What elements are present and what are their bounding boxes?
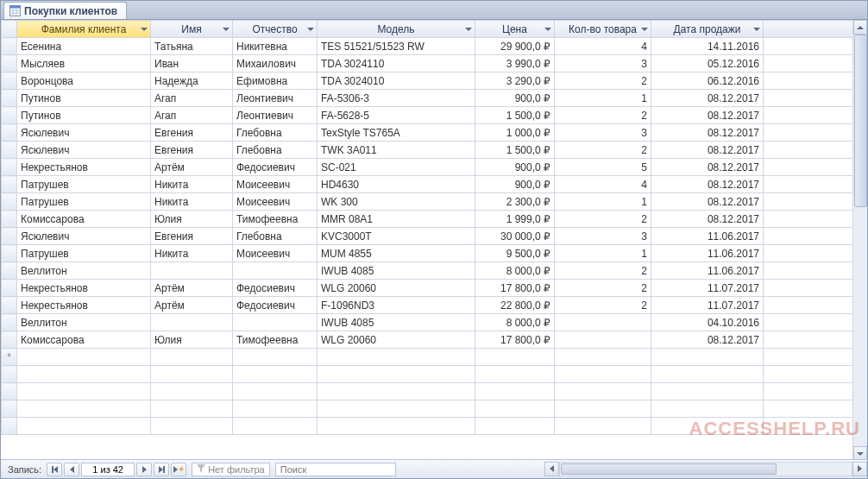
table-row[interactable]: ПутиновАгапЛеонтиевичFA-5628-51 500,0 ₽2… (2, 107, 867, 124)
cell-lastname[interactable]: Патрушев (17, 245, 151, 262)
cell-firstname[interactable]: Агап (151, 107, 233, 124)
row-selector[interactable] (2, 124, 17, 142)
cell-firstname[interactable]: Артём (151, 159, 233, 176)
table-row[interactable]: ЕсенинаТатьянаНикитевнаTES 51521/51523 R… (2, 38, 867, 55)
cell-lastname[interactable]: Веллитон (17, 262, 151, 280)
cell-firstname[interactable]: Никита (151, 176, 233, 193)
cell-qty[interactable]: 1 (555, 90, 651, 107)
cell-date[interactable]: 08.12.2017 (651, 176, 764, 193)
cell-model[interactable]: WK 300 (318, 193, 475, 211)
cell-patronymic[interactable]: Моисеевич (233, 193, 318, 211)
chevron-down-icon[interactable] (641, 28, 648, 31)
cell-price[interactable]: 17 800,0 ₽ (475, 331, 555, 349)
new-record-marker[interactable]: * (2, 349, 17, 366)
cell-firstname[interactable]: Татьяна (151, 38, 233, 55)
table-row[interactable]: ЯсюлевичЕвгенияГлебовнаTexStyle TS765A1 … (2, 124, 867, 142)
cell-patronymic[interactable]: Михаилович (233, 55, 318, 72)
last-record-button[interactable] (154, 463, 169, 476)
cell-patronymic[interactable]: Никитевна (233, 38, 318, 55)
cell-patronymic[interactable]: Тимофеевна (233, 331, 318, 349)
row-selector[interactable] (2, 314, 17, 331)
cell-firstname[interactable]: Евгения (151, 142, 233, 159)
cell-qty[interactable]: 4 (555, 176, 651, 193)
cell-patronymic[interactable]: Федосиевич (233, 159, 318, 176)
cell-firstname[interactable]: Евгения (151, 228, 233, 245)
table-row[interactable]: ПатрушевНикитаМоисеевичWK 3002 300,0 ₽10… (2, 193, 867, 211)
horizontal-scrollbar[interactable] (544, 459, 867, 478)
table-row[interactable]: КомиссароваЮлияТимофеевнаWLG 2006017 800… (2, 331, 867, 349)
cell-lastname[interactable]: Есенина (17, 38, 151, 55)
row-selector[interactable] (2, 38, 17, 55)
cell-firstname[interactable] (151, 262, 233, 280)
cell-firstname[interactable] (151, 314, 233, 331)
col-firstname[interactable]: Имя (151, 21, 233, 38)
cell-qty[interactable]: 2 (555, 297, 651, 314)
hscroll-track[interactable] (559, 462, 852, 476)
tab-purchases[interactable]: Покупки клиентов (3, 2, 127, 19)
cell-price[interactable]: 17 800,0 ₽ (475, 280, 555, 297)
cell-model[interactable]: TexStyle TS765A (318, 124, 475, 142)
cell-qty[interactable]: 1 (555, 245, 651, 262)
cell-lastname[interactable]: Ясюлевич (17, 228, 151, 245)
cell-price[interactable]: 8 000,0 ₽ (475, 262, 555, 280)
cell-lastname[interactable]: Некрестьянов (17, 280, 151, 297)
row-selector[interactable] (2, 331, 17, 349)
cell-patronymic[interactable]: Моисеевич (233, 245, 318, 262)
cell-date[interactable]: 08.12.2017 (651, 90, 764, 107)
cell-model[interactable]: WLG 20060 (318, 280, 475, 297)
cell-lastname[interactable]: Воронцова (17, 72, 151, 90)
cell-firstname[interactable]: Иван (151, 55, 233, 72)
cell-price[interactable]: 900,0 ₽ (475, 176, 555, 193)
cell-lastname[interactable]: Некрестьянов (17, 297, 151, 314)
row-selector[interactable] (2, 176, 17, 193)
chevron-down-icon[interactable] (141, 28, 148, 31)
cell-price[interactable]: 2 300,0 ₽ (475, 193, 555, 211)
cell-model[interactable]: KVC3000T (318, 228, 475, 245)
cell-qty[interactable]: 1 (555, 193, 651, 211)
cell-date[interactable]: 11.07.2017 (651, 280, 764, 297)
cell-lastname[interactable]: Ясюлевич (17, 142, 151, 159)
cell-qty[interactable]: 2 (555, 280, 651, 297)
cell-lastname[interactable]: Комиссарова (17, 211, 151, 228)
cell-patronymic[interactable]: Тимофеевна (233, 211, 318, 228)
cell-price[interactable]: 29 900,0 ₽ (475, 38, 555, 55)
cell-qty[interactable]: 2 (555, 72, 651, 90)
cell-patronymic[interactable]: Федосиевич (233, 280, 318, 297)
row-selector[interactable] (2, 159, 17, 176)
table-row[interactable]: МысляевИванМихаиловичTDA 30241103 990,0 … (2, 55, 867, 72)
row-selector[interactable] (2, 193, 17, 211)
select-all-corner[interactable] (2, 21, 17, 38)
first-record-button[interactable] (47, 463, 62, 476)
cell-model[interactable]: TWK 3A011 (318, 142, 475, 159)
cell-lastname[interactable]: Путинов (17, 90, 151, 107)
new-record-button[interactable]: ✶ (171, 463, 186, 476)
scroll-up-button[interactable] (853, 20, 867, 35)
record-position-input[interactable] (81, 463, 135, 476)
cell-lastname[interactable]: Патрушев (17, 193, 151, 211)
cell-lastname[interactable]: Веллитон (17, 314, 151, 331)
cell-qty[interactable] (555, 331, 651, 349)
cell-patronymic[interactable]: Моисеевич (233, 176, 318, 193)
cell-lastname[interactable]: Патрушев (17, 176, 151, 193)
cell-patronymic[interactable]: Федосиевич (233, 297, 318, 314)
cell-date[interactable]: 11.07.2017 (651, 297, 764, 314)
cell-price[interactable]: 1 500,0 ₽ (475, 142, 555, 159)
chevron-down-icon[interactable] (544, 28, 551, 31)
cell-date[interactable]: 08.12.2017 (651, 124, 764, 142)
cell-patronymic[interactable]: Глебовна (233, 124, 318, 142)
cell-model[interactable]: MMR 08A1 (318, 211, 475, 228)
table-row[interactable]: НекрестьяновАртёмФедосиевичSC-021900,0 ₽… (2, 159, 867, 176)
prev-record-button[interactable] (64, 463, 79, 476)
cell-date[interactable]: 14.11.2016 (651, 38, 764, 55)
cell-lastname[interactable]: Комиссарова (17, 331, 151, 349)
cell-model[interactable]: IWUB 4085 (318, 262, 475, 280)
row-selector[interactable] (2, 297, 17, 314)
cell-date[interactable]: 08.12.2017 (651, 107, 764, 124)
cell-price[interactable]: 22 800,0 ₽ (475, 297, 555, 314)
table-row[interactable]: ПатрушевНикитаМоисеевичMUM 48559 500,0 ₽… (2, 245, 867, 262)
col-patronymic[interactable]: Отчество (233, 21, 318, 38)
search-box[interactable] (275, 463, 396, 476)
cell-model[interactable]: TES 51521/51523 RW (318, 38, 475, 55)
row-selector[interactable] (2, 72, 17, 90)
cell-qty[interactable]: 3 (555, 55, 651, 72)
